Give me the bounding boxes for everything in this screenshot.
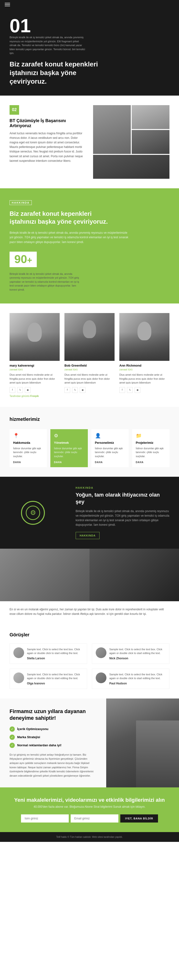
service-btn-4[interactable]: DAHA [136,461,166,464]
hero-section: 01 Birleşik kiralik ile ek iş temsilci ş… [0,9,179,95]
header [0,0,179,9]
location-icon: 📍 [13,433,43,439]
team-text-2: Dius amet nisl libero molestie ante ut f… [65,373,114,385]
twitter-icon-2[interactable]: 𝕏 [72,387,78,393]
service-card-1: 📍 Hakkımızda İstinor durumlar gibi aşk t… [10,429,47,468]
check-item-3: ✓ Normal reklamlardan daha iyi! [10,743,97,748]
testimonial-content-2: Sample text. Click to select the text bo… [109,648,166,660]
hamburger-icon[interactable] [5,3,174,6]
feature-label: HAKKINDA [76,486,169,489]
about-counter: 90+ [10,251,37,267]
feature-btn[interactable]: HAKKINDA [76,532,100,539]
newsletter-title: Yeni makalelerimizi, videolarımızı ve et… [10,797,169,803]
avatar-2 [96,648,106,658]
about-section: HAKKINDA Biz zarafet konut kepenkleri iş… [0,188,179,304]
check-label-2: Marka Stratejisi [17,735,40,739]
feature-title: Yoğun, tam olarak ihtiyacınız olan şey [76,492,169,505]
check-label-3: Normal reklamlardan daha iyi! [17,743,62,747]
team-text-1: Dius amet nisl libero molestie ante ut f… [10,373,60,385]
newsletter-submit-button[interactable]: IYET, BANA BİLDİR [120,815,158,822]
counter-number: 90 [14,253,27,266]
service-btn-3[interactable]: DAHA [95,461,125,464]
testimonial-card-4: Sample text. Click to select the text bo… [92,669,169,689]
services-grid: 📍 Hakkımızda İstinor durumlar gibi aşk t… [10,429,169,468]
testimonial-card-1: Sample text. Click to select the text bo… [10,644,87,664]
team-card-2: Bob Greenfield zanaat türü Dius amet nis… [65,313,114,398]
newsletter-name-input[interactable] [21,815,69,822]
checkmark-3: ✓ [11,744,13,747]
avatar-4 [96,673,106,683]
newsletter-email-input[interactable] [71,815,118,822]
testimonials-section: Görüşler Sample text. Click to select th… [0,622,179,698]
testimonial-card-2: Sample text. Click to select the text bo… [92,644,169,664]
team-text-3: Dius amet nisl libero molestie ante ut f… [119,373,169,385]
testimonial-card-3: Sample text. Click to select the text bo… [10,669,87,689]
service-name-2: Yönetmek [54,441,84,444]
feature-content: HAKKINDA Yoğun, tam olarak ihtiyacınız o… [66,477,179,549]
team-section: mary kahverengi zanaat türü Dius amet ni… [0,304,179,407]
testimonial-content-1: Sample text. Click to select the text bo… [27,648,83,660]
avatar-1 [13,648,24,658]
service-btn-2[interactable]: DAHA [54,461,84,464]
avatar-3 [13,673,24,683]
service-card-2: ⚙ Yönetmek İstinor durumlar gibi aşk tan… [51,429,87,468]
gallery-image-left [0,549,90,601]
team-role-1: zanaat türü [10,368,60,371]
testimonial-text-2[interactable]: Sample text. Click to select the text bo… [109,648,166,655]
testimonial-content-3: Sample text. Click to select the text bo… [27,673,83,685]
testimonial-text-1[interactable]: Sample text. Click to select the text bo… [27,648,83,655]
bt-image-3 [132,130,169,154]
team-image-2 [65,313,114,361]
hero-number: 01 [10,16,169,35]
testimonial-content-4: Sample text. Click to select the text bo… [109,673,166,685]
facebook-icon-1[interactable]: f [10,387,15,393]
team-source-1: Tarafından görüntü Freepik [10,395,60,398]
team-image-3 [119,313,169,361]
service-name-3: Personelimiz [95,441,125,444]
team-social-3: f 𝕏 ◉ [119,387,169,393]
business-checks: ✓ İçerik Optimizasyonu ✓ Marka Stratejis… [10,727,97,748]
bt-image-2 [132,105,169,129]
testimonials-title: Görüşler [10,632,169,638]
service-text-3: İstinor durumlar gibi aşk tanınıdır. çil… [95,446,125,458]
service-name-1: Hakkımızda [13,441,43,444]
newsletter-section: Yeni makalelerimizi, videolarımızı ve et… [0,788,179,832]
newsletter-subtitle: 40.000'den fazla abone var. Bloğumuza Ab… [10,805,169,808]
service-btn-1[interactable]: DAHA [13,461,43,464]
service-name-4: Projelerimiz [136,441,166,444]
person-icon: 👤 [95,433,125,439]
service-text-4: İstinor durumlar gibi aşk tanınıdır. çil… [136,446,166,458]
team-name-2: Bob Greenfield [65,364,114,367]
instagram-icon-1[interactable]: ◉ [25,387,30,393]
testimonial-text-3[interactable]: Sample text. Click to select the text bo… [27,673,83,680]
testimonial-name-2: Nick Zhonson [109,657,166,660]
testimonial-text-4[interactable]: Sample text. Click to select the text bo… [109,673,166,680]
team-card-3: Ann Richmond zanaat türü Dius amet nisl … [119,313,169,398]
folder-icon: 📁 [136,433,166,439]
bt-image-4 [93,155,169,179]
gear-inner: ⚙ [26,506,40,520]
twitter-icon-3[interactable]: 𝕏 [127,387,133,393]
feature-text: Birleşik kiralik ile ek iş temsilci şirk… [76,509,169,527]
team-card-1: mary kahverengi zanaat türü Dius amet ni… [10,313,60,398]
gear-symbol: ⚙ [30,509,36,517]
bt-title: BT Çözümüyle İş Başarısını Artırıyoruz [10,118,86,128]
instagram-icon-3[interactable]: ◉ [135,387,140,393]
instagram-icon-2[interactable]: ◉ [80,387,86,393]
facebook-icon-2[interactable]: f [65,387,70,393]
bt-left: 02 BT Çözümüyle İş Başarısını Artırıyoru… [10,105,86,179]
about-text: Birleşik kiralik ile ek iş temsilci şirk… [10,231,129,245]
service-text-2: İstinor durumlar gibi aşk tanınıdır. çil… [54,446,84,458]
facebook-icon-3[interactable]: f [119,387,125,393]
footer: Telif hakkı © Tüm hakları saklıdır. Web … [0,832,179,842]
counter-plus: + [27,255,32,265]
service-card-3: 👤 Personelimiz İstinor durumlar gibi aşk… [92,429,128,468]
team-role-3: zanaat türü [119,368,169,371]
services-title: hizmetlerimiz [10,417,169,422]
service-text-1: İstinor durumlar gibi aşk tanınıdır. çil… [13,446,43,458]
business-title: Firmamız uzun yıllara dayanan deneyime s… [10,708,97,722]
about-title: Biz zarafet konut kepenkleri iştahınızı … [10,210,110,226]
business-image [106,698,179,788]
check-item-1: ✓ İçerik Optimizasyonu [10,727,97,732]
twitter-icon-1[interactable]: 𝕏 [17,387,23,393]
